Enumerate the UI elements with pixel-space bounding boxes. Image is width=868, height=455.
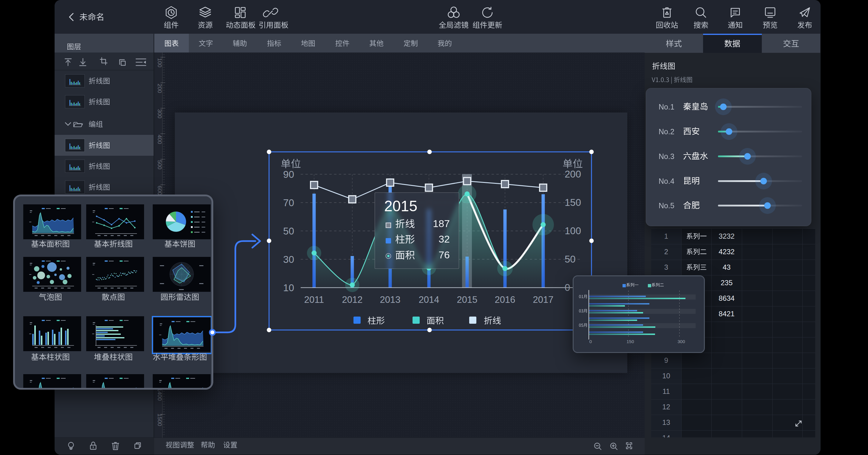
svg-text:0: 0 bbox=[589, 339, 592, 344]
svg-text:300: 300 bbox=[677, 339, 685, 344]
svg-text:150: 150 bbox=[626, 339, 634, 344]
